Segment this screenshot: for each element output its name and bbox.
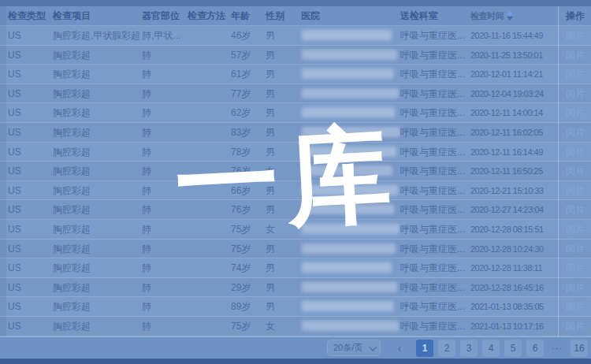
item-cell: 胸腔彩超 [53,103,141,122]
view-images-link[interactable]: 阅片 [566,162,591,180]
dept-cell: 呼吸与重症医... [400,317,470,336]
item-cell: 胸腔彩超 [53,65,141,84]
age-cell: 57岁 [231,46,264,65]
column-header-time[interactable]: 检查时间 [470,6,559,26]
age-cell: 76岁 [231,200,264,219]
table-row: US胸腔彩超肺62岁男呼吸与重症医...2020-12-11 14:00:14阅… [0,103,591,123]
gender-cell: 男 [266,84,299,103]
page-button-16[interactable]: 16 [571,340,588,357]
time-cell: 2020-12-28 11:38:11 [470,258,559,277]
organ-cell: 肺 [142,317,186,336]
view-images-link[interactable]: 阅片 [566,317,591,336]
view-images-link[interactable]: 阅片 [566,65,591,84]
item-cell: 胸腔彩超 [53,278,141,297]
table-row: US胸腔彩超肺78岁男呼吸与重症医...2020-12-11 16:14:49阅… [0,143,591,162]
dept-cell: 呼吸与重症医... [400,297,470,316]
type-cell: US [8,123,50,142]
column-header-gender: 性别 [266,6,299,26]
page-button-3[interactable]: 3 [460,340,478,357]
item-cell: 胸腔彩超,甲状腺彩超 [53,26,141,45]
view-images-link[interactable]: 阅片 [566,143,591,162]
page-button-1[interactable]: 1 [416,340,433,357]
page-button-5[interactable]: 5 [504,340,522,357]
time-cell: 2021-01-13 10:17:16 [470,317,559,336]
page-size-select[interactable]: 20条/页 [327,340,381,356]
gender-cell: 男 [266,258,299,277]
redacted-hospital-value [302,50,397,60]
time-cell: 2020-12-28 08:15:51 [470,220,559,239]
item-cell: 胸腔彩超 [53,123,141,142]
method-cell [188,84,229,103]
column-header-dept: 送检科室 [400,6,470,26]
dept-cell: 呼吸与重症医... [400,26,470,45]
page-button-4[interactable]: 4 [482,340,500,357]
type-cell: US [8,181,50,200]
fixed-column-divider [558,6,559,336]
method-cell [188,200,229,219]
dept-cell: 呼吸与重症医... [400,46,470,65]
view-images-link[interactable]: 阅片 [566,220,591,239]
table-row: US胸腔彩超肺89岁男呼吸与重症医...2021-01-13 08:35:05阅… [0,297,591,317]
prev-page-button[interactable]: ‹ [391,340,408,357]
redacted-hospital-value [302,69,393,79]
view-images-link[interactable]: 阅片 [566,240,591,258]
method-cell [188,220,229,239]
view-images-link[interactable]: 阅片 [566,200,591,219]
organ-cell: 肺,甲状... [142,26,186,45]
table-row: US胸腔彩超肺57岁男呼吸与重症医...2020-11-25 13:50:01阅… [0,46,591,65]
gender-cell: 男 [266,297,299,316]
type-cell: US [8,143,50,162]
page-button-2[interactable]: 2 [438,340,455,357]
dept-cell: 呼吸与重症医... [400,65,470,84]
type-cell: US [8,46,50,65]
view-images-link[interactable]: 阅片 [566,258,591,277]
column-header-item: 检查项目 [53,6,141,26]
item-cell: 胸腔彩超 [53,143,141,162]
view-images-link[interactable]: 阅片 [566,26,591,45]
item-cell: 胸腔彩超 [53,258,141,277]
view-images-link[interactable]: 阅片 [566,123,591,142]
table-row: US胸腔彩超肺75岁女呼吸与重症医...2020-12-28 08:15:51阅… [0,220,591,240]
age-cell: 62岁 [231,103,264,122]
view-images-link[interactable]: 阅片 [566,46,591,65]
view-images-link[interactable]: 阅片 [566,103,591,122]
gender-cell: 男 [266,26,299,45]
gender-cell: 女 [266,317,299,336]
view-images-link[interactable]: 阅片 [566,84,591,103]
organ-cell: 肺 [142,258,186,277]
age-cell: 66岁 [231,181,264,200]
dept-cell: 呼吸与重症医... [400,200,470,219]
sort-icon[interactable] [507,11,513,20]
age-cell: 46岁 [231,26,264,45]
redacted-hospital-value [302,262,392,273]
more-pages-icon[interactable]: ··· [548,340,566,357]
method-cell [188,297,229,316]
organ-cell: 肺 [142,46,186,65]
view-images-link[interactable]: 阅片 [566,297,591,316]
view-images-link[interactable]: 阅片 [566,278,591,297]
page-size-value: 20条/页 [333,343,362,352]
page-button-6[interactable]: 6 [526,340,544,357]
table-row: US胸腔彩超肺61岁男呼吸与重症医...2020-12-01 11:14:21阅… [0,65,591,84]
gender-cell: 男 [266,143,299,162]
item-cell: 胸腔彩超 [53,200,141,219]
sort-asc-icon [507,11,513,15]
item-cell: 胸腔彩超 [53,181,141,200]
page-buttons: 123456···16 [416,340,591,357]
age-cell: 29岁 [231,278,264,297]
item-cell: 胸腔彩超 [53,297,141,316]
type-cell: US [8,26,50,45]
time-cell: 2020-11-16 15:44:49 [470,26,559,45]
column-header-hospital: 医院 [301,6,399,26]
method-cell [188,240,229,258]
method-cell [188,278,229,297]
dept-cell: 呼吸与重症医... [400,220,470,239]
table-header: 检查类型检查项目器官部位检查方法年龄性别医院送检科室检查时间操作 [0,6,591,26]
method-cell [188,258,229,277]
view-images-link[interactable]: 阅片 [566,181,591,200]
time-cell: 2021-01-13 08:35:05 [470,297,559,316]
organ-cell: 肺 [142,84,186,103]
organ-cell: 肺 [142,162,186,180]
type-cell: US [8,162,50,180]
time-cell: 2020-12-21 15:10:33 [470,181,559,200]
